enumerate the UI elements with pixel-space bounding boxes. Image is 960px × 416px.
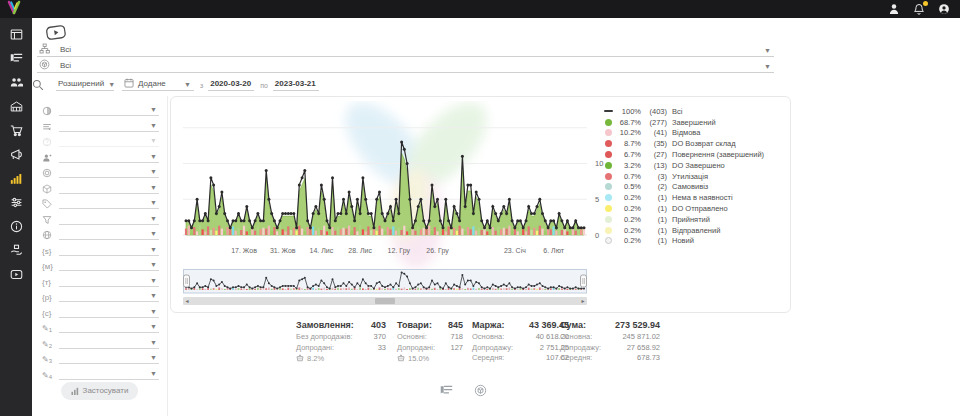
chevron-down-icon: ▼ <box>150 168 157 175</box>
date-to-input[interactable]: 2023-03-21 <box>273 77 319 91</box>
sidebar-item-dashboard[interactable] <box>9 27 24 42</box>
note-field-2-select[interactable]: ▼ <box>59 336 159 349</box>
x-tick-label: 26. Гру <box>426 247 448 254</box>
status-filter-select[interactable]: ▼ <box>59 103 159 116</box>
search-mode-select[interactable]: Розширений ▼ <box>56 77 114 91</box>
product-filter-select[interactable]: ▼ <box>59 181 159 194</box>
search-mode-value: Розширений <box>58 79 104 88</box>
legend-item-8[interactable]: 0.2%(1)Нема в наявності <box>605 192 787 203</box>
legend-item-6[interactable]: 0.7%(3)Утилізація <box>605 171 787 182</box>
status-group-select[interactable]: Всі ▼ <box>37 42 774 57</box>
date-from-input[interactable]: 2020-03-20 <box>208 77 254 91</box>
sidebar-item-orders[interactable] <box>9 51 24 66</box>
chevron-down-icon: ▼ <box>150 199 157 206</box>
legend-count: (1) <box>641 236 667 245</box>
manager-filter-select[interactable]: ▼ <box>59 150 159 163</box>
chevron-down-icon: ▼ <box>150 370 157 377</box>
legend-count: (13) <box>641 161 667 170</box>
stat-sub-value: 718 <box>450 332 463 343</box>
legend-item-7[interactable]: 0.5%(2)Самовивіз <box>605 182 787 193</box>
stat-sub-label: Середня: <box>472 353 504 364</box>
account-icon[interactable] <box>938 3 950 15</box>
scrollbar-thumb[interactable] <box>375 298 395 304</box>
legend-item-10[interactable]: 0.2%(1)Прийнятий <box>605 214 787 225</box>
note-field-3-select[interactable]: ▼ <box>59 351 159 364</box>
sidebar-item-clients[interactable] <box>9 75 24 90</box>
legend-item-0[interactable]: 100%(403)Всі <box>605 106 787 117</box>
product-select[interactable]: Всі ▼ <box>37 58 774 73</box>
brush-handle-right[interactable] <box>581 275 587 287</box>
sidebar-item-purchases[interactable] <box>9 123 24 138</box>
legend-swatch <box>605 216 612 223</box>
legend-percent: 68.7% <box>616 118 641 127</box>
notifications-icon[interactable] <box>913 3 925 15</box>
price-filter-select[interactable]: ▼ <box>59 196 159 209</box>
apply-button[interactable]: Застосувати <box>61 382 139 400</box>
legend-item-2[interactable]: 10.2%(41)Відмова <box>605 128 787 139</box>
app-logo-icon[interactable] <box>6 0 22 18</box>
stat-value: 403 <box>371 320 386 332</box>
note-field-2: ✎2▼ <box>42 335 159 349</box>
legend-label: Відмова <box>672 128 700 137</box>
custom-field-c-select[interactable]: ▼ <box>59 305 159 318</box>
brush-handle-left[interactable] <box>184 275 190 287</box>
price-filter: ▼ <box>42 195 159 209</box>
sidebar-item-info[interactable] <box>9 219 24 234</box>
list-view-toggle[interactable] <box>440 384 453 397</box>
custom-field-t-select[interactable]: ▼ <box>59 274 159 287</box>
region-filter-select[interactable]: ▼ <box>59 227 159 240</box>
legend-label: DO Завершено <box>672 161 725 170</box>
video-tour-icon[interactable] <box>45 24 67 43</box>
sidebar-item-support[interactable] <box>9 243 24 258</box>
brush-chart[interactable] <box>183 269 587 295</box>
sidebar-item-warehouse[interactable] <box>9 99 24 114</box>
basket-icon <box>397 354 405 362</box>
brush-selection[interactable] <box>184 270 587 294</box>
scroll-right-icon[interactable]: ▸ <box>579 297 587 305</box>
note-field-1-select[interactable]: ▼ <box>59 320 159 333</box>
search-icon <box>32 79 44 91</box>
legend-percent: 0.5% <box>616 182 641 191</box>
legend-item-4[interactable]: 6.7%(27)Повернення (завершений) <box>605 149 787 160</box>
legend-label: Прийнятий <box>672 215 710 224</box>
legend-item-11[interactable]: 0.2%(1)Відправлений <box>605 225 787 236</box>
stat-sub-value: 370 <box>373 332 386 343</box>
custom-field-c: {с}▼ <box>42 304 159 318</box>
legend-percent: 3.2% <box>616 161 641 170</box>
funnel-filter-select[interactable]: ▼ <box>59 212 159 225</box>
sidebar-item-settings[interactable] <box>9 195 24 210</box>
custom-field-m-select[interactable]: ▼ <box>59 258 159 271</box>
product-view-toggle[interactable] <box>474 384 487 397</box>
scroll-left-icon[interactable]: ◂ <box>183 297 191 305</box>
stat-sub-label: Без допродажів: <box>296 332 353 343</box>
sidebar-item-marketing[interactable] <box>9 147 24 162</box>
stat-sub-value: 245 871.02 <box>622 332 660 343</box>
basket-icon <box>296 354 304 362</box>
legend-count: (3) <box>641 172 667 181</box>
chart-scrollbar[interactable]: ◂ ▸ <box>183 297 587 305</box>
legend-percent: 0.7% <box>616 172 641 181</box>
stat-title: Маржа: <box>472 320 504 332</box>
legend-count: (27) <box>641 150 667 159</box>
payment-filter-select[interactable]: ▼ <box>59 165 159 178</box>
profile-icon[interactable] <box>888 3 900 15</box>
chevron-down-icon: ▼ <box>150 354 157 361</box>
help-filter-select[interactable]: ▼ <box>59 134 159 147</box>
custom-field-s-select[interactable]: ▼ <box>59 243 159 256</box>
stat-sub-label: Допродажу: <box>560 343 601 354</box>
stat-column-0: Замовлення:403Без допродажів:370Допродан… <box>296 320 386 364</box>
legend-item-12[interactable]: 0.2%(1)Новий <box>605 236 787 247</box>
chevron-down-icon: ▼ <box>150 215 157 222</box>
x-tick-label: 6. Лют <box>543 247 564 254</box>
stat-sub-label: Допродажу: <box>472 343 513 354</box>
legend-item-1[interactable]: 68.7%(277)Завершений <box>605 117 787 128</box>
date-field-select[interactable]: Додане ▼ <box>122 77 194 91</box>
sidebar-item-analytics[interactable] <box>9 171 24 186</box>
legend-item-3[interactable]: 8.7%(35)DO Возврат склад <box>605 138 787 149</box>
note-field-4-select[interactable]: ▼ <box>59 367 159 380</box>
legend-item-9[interactable]: 0.2%(1)DO Отправлено <box>605 203 787 214</box>
source-filter-select[interactable]: ▼ <box>59 119 159 132</box>
custom-field-p-select[interactable]: ▼ <box>59 289 159 302</box>
legend-item-5[interactable]: 3.2%(13)DO Завершено <box>605 160 787 171</box>
sidebar-item-video[interactable] <box>9 267 24 282</box>
